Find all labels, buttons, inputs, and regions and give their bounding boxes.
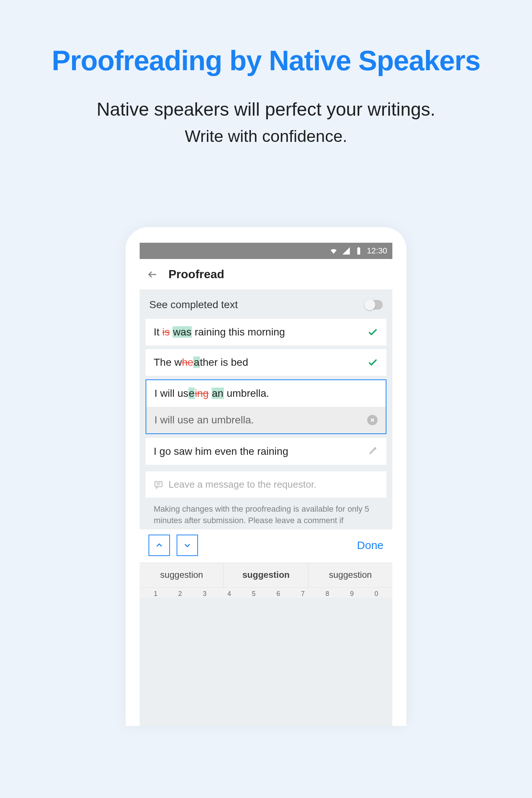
kb-key-4[interactable]: 4 — [217, 590, 241, 598]
completed-text-row: See completed text — [140, 290, 392, 319]
dismiss-suggestion-icon[interactable] — [367, 415, 378, 425]
page-title: Proofread — [168, 267, 224, 281]
kb-suggestion-2[interactable]: suggestion — [224, 563, 308, 587]
wifi-icon — [329, 246, 338, 255]
kb-key-5[interactable]: 5 — [242, 590, 266, 598]
kb-key-7[interactable]: 7 — [290, 590, 315, 598]
phone-screen: 12:30 Proofread See completed text It is… — [140, 243, 392, 726]
message-input-row[interactable]: Leave a message to the requestor. — [146, 471, 386, 498]
kb-suggestion-3[interactable]: suggestion — [308, 563, 392, 587]
hero-subtitle-2: Write with confidence. — [52, 127, 480, 146]
signal-icon — [342, 246, 351, 255]
kb-key-2[interactable]: 2 — [168, 590, 192, 598]
sentence-4: I go saw him even the raining — [154, 446, 288, 457]
keyboard-suggestion-row: suggestion suggestion suggestion — [140, 563, 392, 587]
proof-card-4[interactable]: I go saw him even the raining — [146, 438, 386, 465]
check-icon — [367, 327, 378, 338]
suggestion-row[interactable]: I will use an umbrella. — [146, 407, 386, 433]
sentence-1: It is was raining this morning — [154, 326, 285, 338]
proof-card-2[interactable]: The wheather is bed — [146, 349, 386, 376]
next-button[interactable] — [177, 535, 198, 556]
proof-card-1[interactable]: It is was raining this morning — [146, 319, 386, 345]
kb-key-8[interactable]: 8 — [315, 590, 340, 598]
hero-subtitle-1: Native speakers will perfect your writin… — [52, 99, 480, 120]
status-time: 12:30 — [367, 246, 387, 256]
proof-card-3-active[interactable]: I will useing an umbrella. I will use an… — [146, 379, 386, 434]
svg-rect-0 — [155, 481, 162, 487]
phone-frame: 12:30 Proofread See completed text It is… — [126, 227, 406, 726]
sentence-2: The wheather is bed — [154, 357, 248, 368]
done-button[interactable]: Done — [357, 539, 383, 552]
prev-button[interactable] — [149, 535, 170, 556]
kb-key-9[interactable]: 9 — [340, 590, 364, 598]
completed-text-toggle[interactable] — [364, 300, 383, 310]
suggestion-text: I will use an umbrella. — [154, 414, 254, 426]
kb-key-1[interactable]: 1 — [143, 590, 168, 598]
marketing-hero: Proofreading by Native Speakers Native s… — [52, 0, 480, 146]
disclaimer-text: Making changes with the proofreading is … — [146, 498, 386, 526]
keyboard-number-row: 1 2 3 4 5 6 7 8 9 0 — [140, 587, 392, 598]
kb-key-3[interactable]: 3 — [192, 590, 217, 598]
message-placeholder: Leave a message to the requestor. — [168, 479, 316, 490]
status-bar: 12:30 — [140, 243, 392, 259]
sentence-3: I will useing an umbrella. — [154, 388, 269, 399]
toggle-label: See completed text — [149, 299, 238, 311]
proofread-list: It is was raining this morning The wheat… — [140, 319, 392, 526]
app-bar: Proofread — [140, 259, 392, 290]
hero-title: Proofreading by Native Speakers — [52, 44, 480, 76]
kb-key-6[interactable]: 6 — [266, 590, 290, 598]
kb-suggestion-1[interactable]: suggestion — [140, 563, 224, 587]
check-icon — [367, 357, 378, 368]
keyboard-accessory: Done — [140, 529, 392, 563]
edit-icon[interactable] — [369, 445, 378, 457]
comment-icon — [154, 480, 163, 490]
battery-icon — [354, 246, 363, 255]
back-icon[interactable] — [147, 269, 158, 280]
kb-key-0[interactable]: 0 — [364, 590, 389, 598]
